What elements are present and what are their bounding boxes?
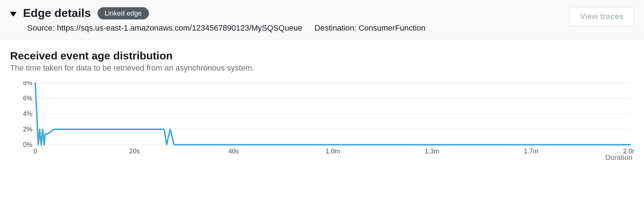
svg-text:4%: 4% (23, 110, 32, 117)
svg-text:Duration: Duration (605, 153, 632, 161)
svg-text:0%: 0% (23, 141, 32, 148)
svg-text:40s: 40s (228, 148, 239, 155)
chart-container: 0%2%4%6%8%020s40s1.0m1.3m1.7m2.0mDuratio… (10, 81, 634, 161)
chart-title: Received event age distribution (10, 50, 634, 62)
panel-title: Edge details (23, 6, 91, 20)
svg-text:1.7m: 1.7m (524, 148, 538, 155)
dest-label: Destination: (314, 23, 356, 32)
chart-section: Received event age distribution The time… (0, 40, 644, 164)
dest-value: ConsumerFunction (359, 23, 426, 32)
svg-text:1.0m: 1.0m (326, 148, 340, 155)
svg-text:6%: 6% (23, 95, 32, 102)
svg-text:2%: 2% (23, 126, 32, 133)
svg-text:20s: 20s (129, 148, 140, 155)
dest-text: Destination: ConsumerFunction (314, 23, 425, 33)
source-text: Source: https://sqs.us-east-1.amazonaws.… (27, 23, 302, 33)
linked-edge-badge: Linked edge (97, 7, 149, 19)
title-row: Edge details Linked edge (10, 6, 426, 20)
svg-text:0: 0 (33, 148, 37, 155)
source-label: Source: (27, 23, 55, 32)
svg-text:1.3m: 1.3m (425, 148, 439, 155)
source-value: https://sqs.us-east-1.amazonaws.com/1234… (57, 23, 302, 32)
svg-text:8%: 8% (23, 81, 32, 86)
header-left: Edge details Linked edge Source: https:/… (10, 6, 426, 33)
view-traces-button[interactable]: View traces (570, 7, 634, 26)
source-dest-line: Source: https://sqs.us-east-1.amazonaws.… (27, 23, 426, 33)
panel-header: Edge details Linked edge Source: https:/… (0, 0, 644, 40)
distribution-chart: 0%2%4%6%8%020s40s1.0m1.3m1.7m2.0mDuratio… (10, 81, 634, 161)
chart-description: The time taken for data to be retrieved … (10, 63, 634, 73)
caret-down-icon[interactable] (10, 12, 17, 17)
